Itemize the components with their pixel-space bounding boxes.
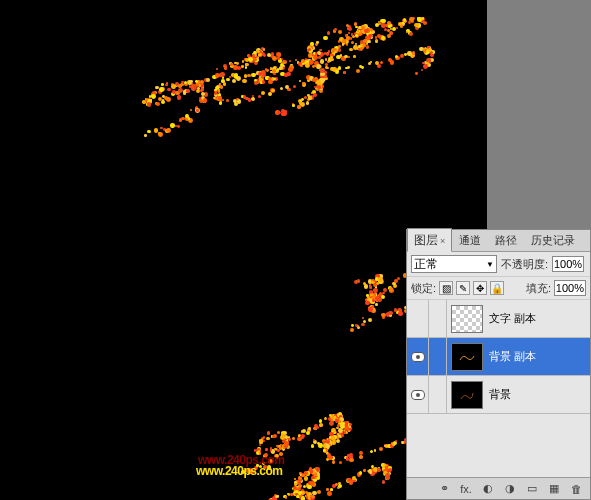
layer-row[interactable]: 背景 副本 <box>407 338 590 376</box>
canvas-artwork-bottom <box>235 390 405 500</box>
layers-panel: 图层× 通道 路径 历史记录 正常▼ 不透明度: 100% 锁定: ▨ ✎ ✥ … <box>406 229 591 500</box>
fill-label: 填充: <box>526 281 551 296</box>
layer-row[interactable]: 文字 副本 <box>407 300 590 338</box>
link-layers-icon[interactable]: ⚭ <box>436 482 452 496</box>
chevron-down-icon: ▼ <box>486 260 494 269</box>
blend-row: 正常▼ 不透明度: 100% <box>407 252 590 277</box>
new-layer-icon[interactable]: ▦ <box>546 482 562 496</box>
layer-name[interactable]: 文字 副本 <box>487 311 536 326</box>
lock-row: 锁定: ▨ ✎ ✥ 🔒 填充: 100% <box>407 277 590 300</box>
group-icon[interactable]: ▭ <box>524 482 540 496</box>
layer-thumbnail[interactable] <box>451 343 483 371</box>
layer-name[interactable]: 背景 <box>487 387 511 402</box>
layer-thumbnail[interactable] <box>451 381 483 409</box>
layer-thumbnail[interactable] <box>451 305 483 333</box>
adjustment-icon[interactable]: ◑ <box>502 482 518 496</box>
layer-name[interactable]: 背景 副本 <box>487 349 536 364</box>
eye-icon <box>411 352 425 362</box>
tab-layers[interactable]: 图层× <box>407 228 452 252</box>
link-col <box>429 376 447 413</box>
visibility-toggle[interactable] <box>407 338 429 375</box>
tab-paths[interactable]: 路径 <box>488 229 524 251</box>
close-icon[interactable]: × <box>440 236 445 246</box>
layer-row[interactable]: 背景 <box>407 376 590 414</box>
layer-list: 文字 副本 背景 副本 背景 <box>407 300 590 477</box>
canvas-artwork-top: // render later via JS <box>130 10 410 150</box>
mask-icon[interactable]: ◐ <box>480 482 496 496</box>
watermark: www.240ps.com www.240ps.com <box>196 451 282 482</box>
lock-transparency-icon[interactable]: ▨ <box>439 281 453 295</box>
panel-footer: ⚭ fx. ◐ ◑ ▭ ▦ 🗑 <box>407 477 590 499</box>
visibility-toggle[interactable] <box>407 300 429 337</box>
opacity-input[interactable]: 100% <box>552 256 584 272</box>
tab-history[interactable]: 历史记录 <box>524 229 582 251</box>
lock-all-icon[interactable]: 🔒 <box>490 281 504 295</box>
pasteboard-gray <box>487 0 591 229</box>
link-col <box>429 338 447 375</box>
visibility-toggle[interactable] <box>407 376 429 413</box>
trash-icon[interactable]: 🗑 <box>568 482 584 496</box>
opacity-label: 不透明度: <box>501 257 548 272</box>
lock-pixels-icon[interactable]: ✎ <box>456 281 470 295</box>
panel-tabs: 图层× 通道 路径 历史记录 <box>407 230 590 252</box>
tab-channels[interactable]: 通道 <box>452 229 488 251</box>
fx-icon[interactable]: fx. <box>458 482 474 496</box>
link-col <box>429 300 447 337</box>
lock-label: 锁定: <box>411 281 436 296</box>
fill-input[interactable]: 100% <box>554 280 586 296</box>
lock-position-icon[interactable]: ✥ <box>473 281 487 295</box>
blend-mode-select[interactable]: 正常▼ <box>411 255 497 273</box>
eye-icon <box>411 390 425 400</box>
